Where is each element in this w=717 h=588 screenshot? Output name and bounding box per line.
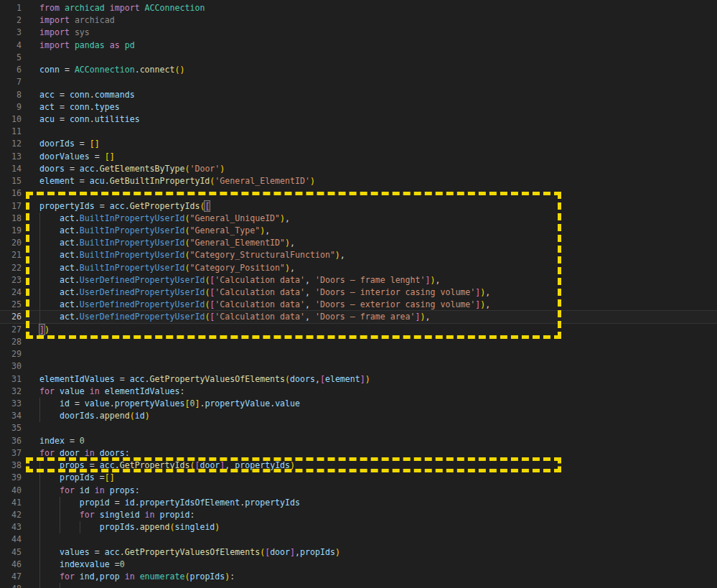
line-number[interactable]: 20: [0, 237, 22, 249]
line-number[interactable]: 34: [0, 410, 22, 422]
code-line-33[interactable]: 33 id = value.propertyValues[0].property…: [0, 398, 717, 410]
line-number[interactable]: 48: [0, 583, 22, 588]
code-line-26[interactable]: 26 act.UserDefinedPropertyUserId(['Calcu…: [0, 311, 717, 323]
line-number[interactable]: 19: [0, 225, 22, 237]
code-line-1[interactable]: 1from archicad import ACConnection: [0, 2, 717, 14]
line-number[interactable]: 36: [0, 435, 22, 447]
line-number[interactable]: 32: [0, 386, 22, 398]
code-line-37[interactable]: 37for door in doors:: [0, 447, 717, 459]
code-line-14[interactable]: 14doors = acc.GetElementsByType('Door'): [0, 163, 717, 175]
code-line-23[interactable]: 23 act.UserDefinedPropertyUserId(['Calcu…: [0, 274, 717, 286]
code-line-10[interactable]: 10acu = conn.utilities: [0, 113, 717, 126]
line-number[interactable]: 3: [0, 27, 22, 39]
line-number[interactable]: 18: [0, 213, 22, 225]
code-text: act = conn.types: [39, 101, 120, 113]
line-number[interactable]: 25: [0, 299, 22, 311]
code-line-45[interactable]: 45 values = acc.GetPropertyValuesOfEleme…: [0, 546, 717, 559]
line-number[interactable]: 26: [0, 311, 22, 323]
line-number[interactable]: 5: [0, 52, 22, 64]
code-line-47[interactable]: 47 for ind,prop in enumerate(propIds):: [0, 571, 717, 583]
code-line-48[interactable]: 48: [0, 583, 717, 588]
line-number[interactable]: 39: [0, 472, 22, 484]
line-number[interactable]: 8: [0, 89, 22, 101]
code-line-4[interactable]: 4import pandas as pd: [0, 39, 717, 52]
code-line-27[interactable]: 27]): [0, 324, 717, 336]
line-number[interactable]: 1: [0, 2, 22, 14]
line-number[interactable]: 6: [0, 64, 22, 76]
code-line-2[interactable]: 2import archicad: [0, 14, 717, 27]
code-line-19[interactable]: 19 act.BuiltInPropertyUserId("General_Ty…: [0, 225, 717, 237]
code-line-35[interactable]: 35: [0, 422, 717, 434]
code-line-39[interactable]: 39 propIds =[]: [0, 472, 717, 484]
line-number[interactable]: 4: [0, 39, 22, 52]
line-number[interactable]: 37: [0, 447, 22, 459]
line-number[interactable]: 40: [0, 485, 22, 497]
code-line-8[interactable]: 8acc = conn.commands: [0, 89, 717, 101]
line-number[interactable]: 22: [0, 262, 22, 274]
line-number[interactable]: 35: [0, 422, 22, 434]
code-line-30[interactable]: 30: [0, 360, 717, 373]
line-number[interactable]: 13: [0, 151, 22, 163]
line-number[interactable]: 43: [0, 521, 22, 533]
code-line-16[interactable]: 16: [0, 187, 717, 200]
code-line-32[interactable]: 32for value in elementIdValues:: [0, 386, 717, 398]
code-line-13[interactable]: 13doorValues = []: [0, 151, 717, 163]
code-line-11[interactable]: 11: [0, 126, 717, 138]
line-number[interactable]: 10: [0, 113, 22, 126]
code-line-43[interactable]: 43 propIds.append(singleid): [0, 521, 717, 533]
code-line-3[interactable]: 3import sys: [0, 27, 717, 39]
line-number[interactable]: 2: [0, 14, 22, 27]
code-line-36[interactable]: 36index = 0: [0, 435, 717, 447]
line-number[interactable]: 47: [0, 571, 22, 583]
line-number[interactable]: 41: [0, 497, 22, 509]
line-number[interactable]: 46: [0, 559, 22, 571]
line-number[interactable]: 14: [0, 163, 22, 175]
line-number[interactable]: 11: [0, 126, 22, 138]
code-line-28[interactable]: 28: [0, 336, 717, 348]
code-line-9[interactable]: 9act = conn.types: [0, 101, 717, 113]
code-line-17[interactable]: 17propertyIds = acc.GetPropertyIds([: [0, 200, 717, 213]
code-editor[interactable]: 1from archicad import ACConnection2impor…: [0, 0, 717, 588]
line-number[interactable]: 45: [0, 546, 22, 559]
code-line-40[interactable]: 40 for id in props:: [0, 485, 717, 497]
code-line-41[interactable]: 41 propid = id.propertyIdsOfElement.prop…: [0, 497, 717, 509]
line-number[interactable]: 42: [0, 509, 22, 521]
line-number[interactable]: 23: [0, 274, 22, 286]
code-line-6[interactable]: 6conn = ACConnection.connect(): [0, 64, 717, 76]
code-line-21[interactable]: 21 act.BuiltInPropertyUserId("Category_S…: [0, 249, 717, 261]
line-number[interactable]: 16: [0, 187, 22, 200]
line-number[interactable]: 21: [0, 249, 22, 261]
line-number[interactable]: 27: [0, 324, 22, 336]
line-number[interactable]: 15: [0, 175, 22, 187]
code-line-7[interactable]: 7: [0, 76, 717, 88]
code-line-29[interactable]: 29: [0, 348, 717, 360]
line-number[interactable]: 9: [0, 101, 22, 113]
code-line-15[interactable]: 15element = acu.GetBuiltInPropertyId('Ge…: [0, 175, 717, 187]
code-line-5[interactable]: 5: [0, 52, 717, 64]
token: propIds: [300, 547, 335, 557]
code-line-42[interactable]: 42 for singleid in propid:: [0, 509, 717, 521]
line-number[interactable]: 17: [0, 200, 22, 213]
code-line-12[interactable]: 12doorIds = []: [0, 138, 717, 150]
code-line-22[interactable]: 22 act.BuiltInPropertyUserId("Category_P…: [0, 262, 717, 274]
line-number[interactable]: 44: [0, 533, 22, 546]
line-number[interactable]: 38: [0, 459, 22, 472]
code-line-20[interactable]: 20 act.BuiltInPropertyUserId("General_El…: [0, 237, 717, 249]
token: [39, 238, 60, 248]
line-number[interactable]: 30: [0, 360, 22, 373]
line-number[interactable]: 12: [0, 138, 22, 150]
code-line-34[interactable]: 34 doorIds.append(id): [0, 410, 717, 422]
code-line-24[interactable]: 24 act.UserDefinedPropertyUserId(['Calcu…: [0, 286, 717, 299]
line-number[interactable]: 31: [0, 373, 22, 386]
line-number[interactable]: 33: [0, 398, 22, 410]
code-line-18[interactable]: 18 act.BuiltInPropertyUserId("General_Un…: [0, 213, 717, 225]
line-number[interactable]: 7: [0, 76, 22, 88]
code-line-44[interactable]: 44: [0, 533, 717, 546]
line-number[interactable]: 24: [0, 286, 22, 299]
line-number[interactable]: 29: [0, 348, 22, 360]
code-line-46[interactable]: 46 indexvalue =0: [0, 559, 717, 571]
code-line-31[interactable]: 31elementIdValues = acc.GetPropertyValue…: [0, 373, 717, 386]
line-number[interactable]: 28: [0, 336, 22, 348]
code-line-25[interactable]: 25 act.UserDefinedPropertyUserId(['Calcu…: [0, 299, 717, 311]
code-line-38[interactable]: 38 props = acc.GetPropertyIds([door], pr…: [0, 459, 717, 472]
